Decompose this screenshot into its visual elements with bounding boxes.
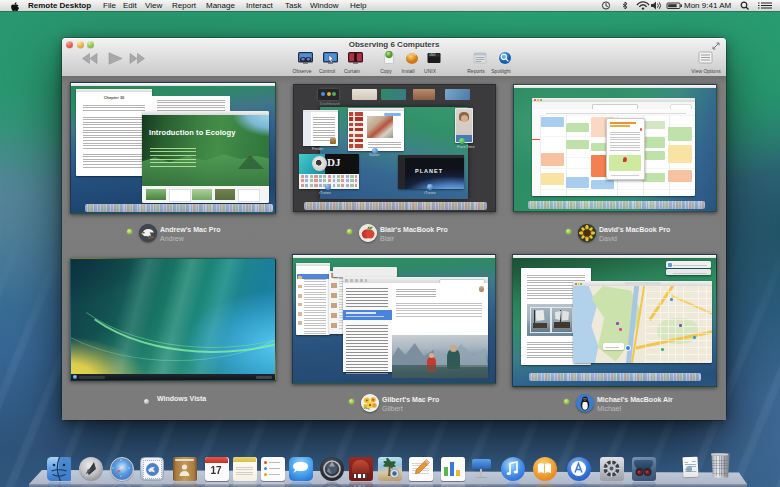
svg-text:UNIX: UNIX xyxy=(429,53,435,57)
